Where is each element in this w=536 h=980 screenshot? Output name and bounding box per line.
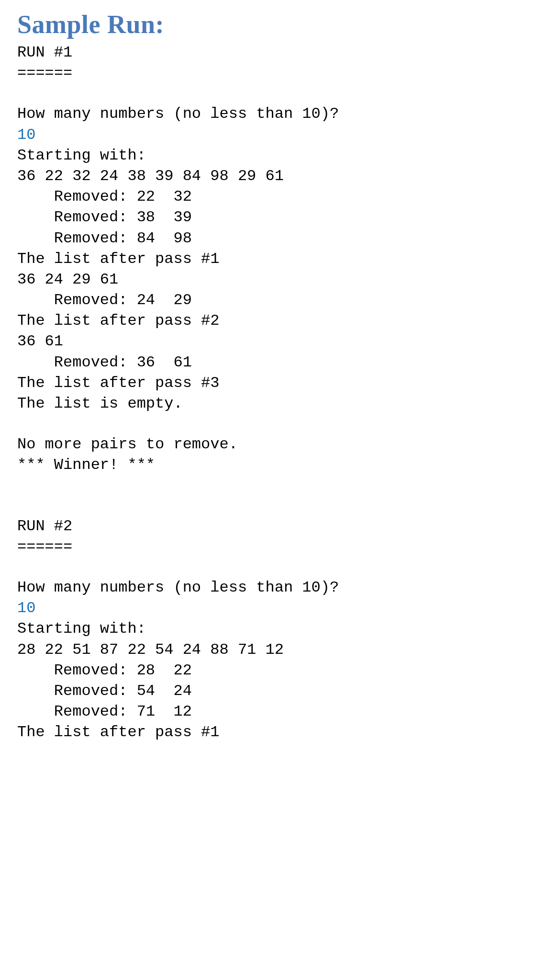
run1-pass2-label: The list after pass #2	[17, 310, 519, 331]
run1-empty-msg: The list is empty.	[17, 393, 519, 414]
run1-pass2-list: 36 61	[17, 331, 519, 352]
run1-starting-label: Starting with:	[17, 145, 519, 166]
run1-rule: ======	[17, 63, 519, 83]
run1-removed-0: Removed: 22 32	[17, 186, 519, 207]
run2-starting-label: Starting with:	[17, 618, 519, 639]
run1-starting-list: 36 22 32 24 38 39 84 98 29 61	[17, 166, 519, 186]
run1-removed-1: Removed: 38 39	[17, 207, 519, 228]
run1-winner: *** Winner! ***	[17, 455, 519, 475]
run2-pass1-label: The list after pass #1	[17, 722, 519, 742]
run1-prompt: How many numbers (no less than 10)?	[17, 103, 519, 124]
run1-removed3-0: Removed: 36 61	[17, 352, 519, 373]
run2-input: 10	[17, 598, 519, 618]
run1-pass1-label: The list after pass #1	[17, 249, 519, 269]
run1-nomore: No more pairs to remove.	[17, 434, 519, 455]
run2-rule: ======	[17, 536, 519, 557]
run2-title: RUN #2	[17, 516, 519, 536]
run1-pass3-label: The list after pass #3	[17, 373, 519, 393]
run2-prompt: How many numbers (no less than 10)?	[17, 577, 519, 598]
run1-removed2-0: Removed: 24 29	[17, 290, 519, 310]
run1-removed-2: Removed: 84 98	[17, 228, 519, 249]
run2-removed-2: Removed: 71 12	[17, 701, 519, 722]
section-heading: Sample Run:	[17, 10, 519, 39]
run1-input: 10	[17, 125, 519, 145]
run2-removed-0: Removed: 28 22	[17, 660, 519, 681]
run1-pass1-list: 36 24 29 61	[17, 269, 519, 290]
run1-title: RUN #1	[17, 42, 519, 63]
run2-starting-list: 28 22 51 87 22 54 24 88 71 12	[17, 639, 519, 660]
run2-removed-1: Removed: 54 24	[17, 681, 519, 701]
